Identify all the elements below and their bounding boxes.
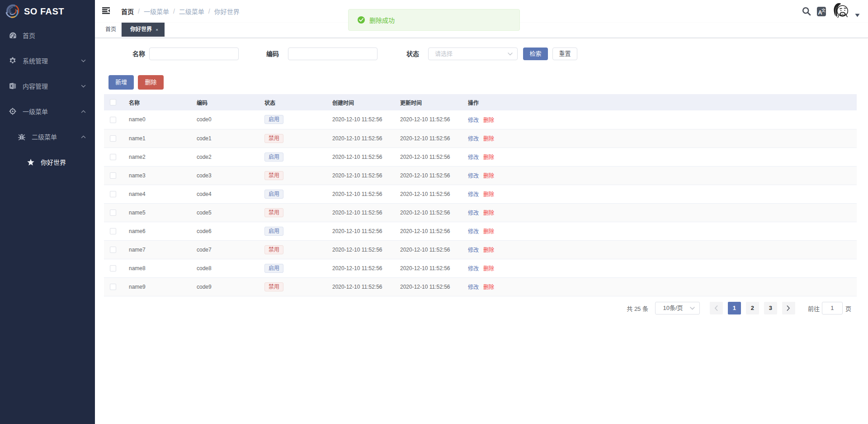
- svg-text:文: 文: [821, 7, 826, 13]
